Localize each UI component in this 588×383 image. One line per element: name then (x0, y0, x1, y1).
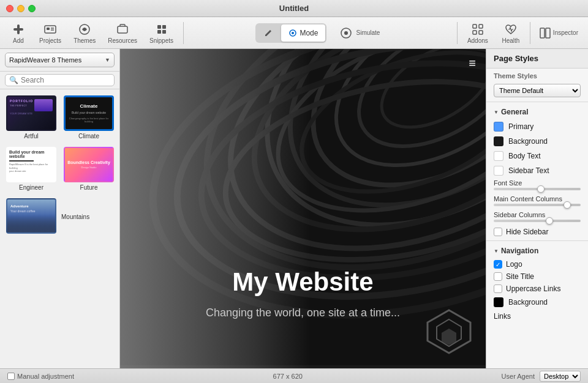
theme-name-climate: Climate (78, 133, 99, 139)
projects-label: Projects (39, 37, 61, 44)
status-left: Manual adjustment (7, 373, 74, 380)
add-label: Add (13, 37, 24, 44)
body-text-label: Body Text (508, 152, 540, 160)
svg-rect-21 (546, 28, 550, 38)
projects-button[interactable]: Projects (34, 20, 66, 46)
main-content-columns-row: Main Content Columns (486, 194, 588, 210)
uppercase-links-row[interactable]: Uppercase Links (486, 283, 588, 295)
sidebar-columns-thumb[interactable] (546, 217, 553, 225)
simulate-label: Simulate (356, 29, 380, 36)
inspector-button[interactable]: Inspector (534, 24, 583, 42)
health-button[interactable]: Health (496, 20, 526, 46)
primary-item[interactable]: Primary (486, 119, 588, 134)
hide-sidebar-row[interactable]: Hide Sidebar (486, 226, 588, 238)
svg-point-13 (292, 32, 294, 34)
theme-name-artful: Artful (24, 133, 38, 139)
theme-card-mountains[interactable]: Adventure Your dream coffee Mountains (5, 197, 115, 235)
theme-thumb-climate: Climate Build your dream website Changeo… (64, 95, 114, 131)
theme-name-mountains: Mountains (61, 214, 89, 220)
resources-icon (115, 22, 130, 37)
theme-card-future[interactable]: Boundless Creativity Design Studio Futur… (62, 146, 115, 192)
theme-name-engineer: Engineer (19, 184, 43, 191)
hide-sidebar-checkbox[interactable] (494, 228, 502, 236)
svg-rect-7 (118, 26, 127, 33)
preview-heading: My Website (120, 267, 486, 297)
theme-card-engineer[interactable]: Build your dream website RapidWeaver 8 i… (5, 146, 58, 192)
font-size-label: Font Size (494, 179, 581, 187)
add-button[interactable]: Add (5, 20, 32, 46)
navigation-section-title: Navigation (501, 247, 538, 255)
snippets-button[interactable]: Snippets (145, 20, 178, 46)
window-title: Untitled (279, 4, 309, 13)
links-item[interactable]: Links (486, 310, 588, 323)
preview-subheading: Changing the world, one site at a time..… (120, 307, 486, 319)
manual-adjustment-checkbox[interactable] (7, 373, 15, 380)
background-color-swatch[interactable] (494, 136, 503, 146)
desktop-select[interactable]: Desktop (540, 371, 581, 382)
search-icon: 🔍 (9, 76, 18, 84)
snippets-label: Snippets (149, 37, 173, 44)
theme-styles-label: Theme Styles (486, 69, 588, 82)
close-button[interactable] (6, 5, 13, 12)
toolbar: Add Projects Themes Res (0, 17, 588, 49)
search-input[interactable] (21, 76, 110, 84)
theme-dropdown-label: RapidWeaver 8 Themes (9, 56, 81, 64)
site-title-row[interactable]: Site Title (486, 270, 588, 283)
projects-icon (43, 22, 58, 37)
body-text-item[interactable]: Body Text (486, 149, 588, 163)
svg-rect-1 (13, 28, 23, 31)
resources-label: Resources (108, 37, 137, 44)
website-preview: ≡ My Website Changing the world, one sit… (120, 49, 486, 368)
sidebar-columns-track[interactable] (494, 220, 581, 222)
theme-default-select[interactable]: Theme Default (494, 84, 581, 97)
health-label: Health (502, 37, 519, 44)
themes-label: Themes (74, 37, 96, 44)
theme-selector: RapidWeaver 8 Themes ▼ (0, 49, 119, 72)
nav-background-color-swatch[interactable] (494, 297, 503, 307)
traffic-lights (6, 5, 36, 12)
toolbar-separator-1 (183, 22, 184, 44)
theme-dropdown[interactable]: RapidWeaver 8 Themes ▼ (5, 53, 115, 67)
main-content-columns-thumb[interactable] (564, 201, 571, 209)
maximize-button[interactable] (28, 5, 36, 12)
background-item[interactable]: Background (486, 134, 588, 149)
mode-group: Mode (255, 23, 326, 43)
theme-name-future: Future (80, 184, 98, 191)
background-label: Background (508, 137, 548, 146)
svg-rect-17 (479, 24, 483, 28)
addons-button[interactable]: Addons (462, 20, 493, 46)
themes-button[interactable]: Themes (69, 20, 100, 46)
inspector-label: Inspector (553, 29, 578, 36)
status-bar: Manual adjustment 677 x 620 User Agent D… (0, 368, 588, 383)
left-panel: RapidWeaver 8 Themes ▼ 🔍 PORTFOLIO THE P… (0, 49, 120, 368)
nav-background-item[interactable]: Background (486, 295, 588, 310)
navigation-section-header[interactable]: ▼ Navigation (486, 244, 588, 258)
preview-hamburger: ≡ (469, 56, 476, 70)
site-title-checkbox[interactable] (494, 272, 502, 281)
sidebar-text-item[interactable]: Sidebar Text (486, 163, 588, 178)
resources-button[interactable]: Resources (103, 20, 142, 46)
minimize-button[interactable] (17, 5, 24, 12)
preview-mode-button[interactable]: Mode (281, 24, 325, 42)
font-size-track[interactable] (494, 188, 581, 190)
theme-card-artful[interactable]: PORTFOLIO THE PERFECT YOUR DREAM SITE Ar… (5, 94, 58, 141)
main-content-columns-track[interactable] (494, 204, 581, 206)
sidebar-text-color-swatch[interactable] (494, 166, 503, 176)
body-text-color-swatch[interactable] (494, 151, 503, 161)
logo-checkbox[interactable]: ✓ (494, 260, 502, 269)
themes-icon (77, 22, 92, 37)
navigation-triangle-icon: ▼ (494, 248, 499, 254)
primary-color-swatch[interactable] (494, 122, 503, 132)
user-agent-label: User Agent (502, 373, 535, 380)
general-section-header[interactable]: ▼ General (486, 105, 588, 119)
logo-label: Logo (506, 260, 522, 269)
pencil-mode-button[interactable] (257, 24, 280, 42)
simulate-button[interactable]: Simulate (334, 23, 385, 43)
right-panel: Page Styles Theme Styles Theme Default ▼… (486, 49, 588, 368)
logo-row[interactable]: ✓ Logo (486, 258, 588, 270)
svg-rect-8 (157, 25, 161, 29)
svg-rect-18 (473, 31, 477, 34)
font-size-thumb[interactable] (537, 185, 545, 193)
uppercase-links-checkbox[interactable] (494, 284, 502, 293)
theme-card-climate[interactable]: Climate Build your dream website Changeo… (62, 94, 115, 141)
